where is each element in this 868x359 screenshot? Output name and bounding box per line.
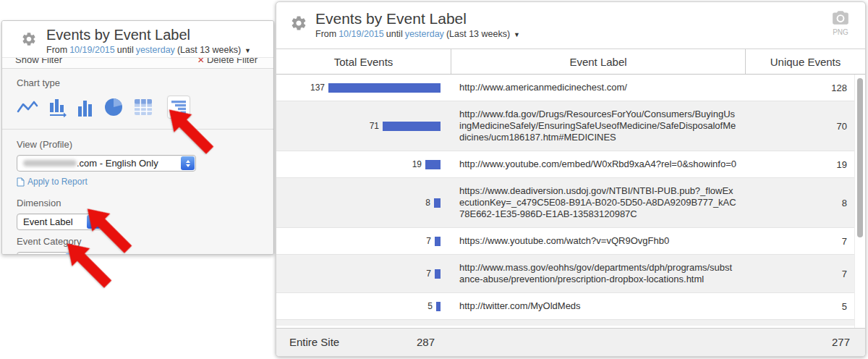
- chart-type-options: [17, 95, 259, 119]
- total-events-cell: 19: [276, 151, 451, 177]
- date-until-label: until: [386, 29, 403, 39]
- apply-to-report-link[interactable]: Apply to Report: [17, 177, 88, 187]
- total-events-value: 8: [425, 198, 430, 208]
- date-range: From10/19/2015untilyesterday(Last 13 wee…: [315, 29, 522, 39]
- unique-events-value: 128: [831, 83, 847, 93]
- report-panel: Events by Event Label From10/19/2015unti…: [276, 1, 866, 357]
- view-profile-label: View (Profile): [17, 139, 259, 150]
- start-date-link[interactable]: 10/19/2015: [339, 29, 384, 39]
- caret-down-icon[interactable]: ▼: [244, 47, 251, 54]
- page-title: Events by Event Label: [315, 10, 522, 28]
- gear-icon: [21, 31, 37, 57]
- table-row: 7 https://www.youtube.com/watch?v=vQR9Ov…: [276, 228, 854, 255]
- unique-events-cell: 8: [745, 178, 854, 227]
- event-label-url: http://www.fda.gov/Drugs/ResourcesForYou…: [459, 109, 736, 143]
- date-until-label: until: [117, 45, 134, 55]
- table-row-partial: [276, 320, 854, 326]
- unique-events-value: 5: [842, 301, 847, 312]
- date-range-label: (Last 13 weeks): [177, 45, 241, 55]
- event-label-cell: http://www.americanmedicinechest.com/: [451, 75, 745, 101]
- total-events-value: 7: [426, 269, 431, 279]
- gear-icon: [290, 14, 307, 48]
- total-events-value: 7: [426, 236, 431, 246]
- total-events-cell: 7: [276, 255, 451, 292]
- total-events-value: 71: [370, 121, 379, 131]
- date-range: From10/19/2015untilyesterday(Last 13 wee…: [46, 45, 253, 55]
- column-chart-icon[interactable]: [77, 98, 93, 117]
- table-icon[interactable]: [134, 98, 153, 116]
- date-range-label: (Last 13 weeks): [446, 29, 510, 39]
- total-events-value: 137: [310, 83, 325, 93]
- column-header-event-label[interactable]: Event Label: [451, 49, 745, 74]
- event-label-url: https://www.youtube.com/watch?v=vQR9OvgF…: [459, 235, 669, 247]
- event-label-cell: http://twitter.com/MyOldMeds: [451, 293, 745, 319]
- dimension-value: Event Label: [23, 216, 73, 227]
- export-png-button[interactable]: PNG: [823, 9, 858, 36]
- chart-type-label: Chart type: [17, 77, 259, 88]
- pie-chart-icon[interactable]: [104, 98, 123, 117]
- total-events-bar: [436, 302, 441, 311]
- line-chart-icon[interactable]: [17, 99, 38, 115]
- total-events-cell: 5: [276, 293, 451, 319]
- delete-icon: ✕: [197, 57, 205, 65]
- table-row: 5 http://twitter.com/MyOldMeds 5: [276, 293, 854, 320]
- end-date-link[interactable]: yesterday: [405, 29, 444, 39]
- options-area: Chart type: [2, 69, 273, 254]
- left-panel-header: Events by Event Label From10/19/2015unti…: [2, 21, 273, 57]
- show-filter-link[interactable]: Show Filter: [15, 57, 62, 65]
- png-label: PNG: [833, 28, 848, 36]
- date-from-label: From: [46, 45, 67, 55]
- table-row: 8 https://www.deadiversion.usdoj.gov/NTB…: [276, 178, 854, 228]
- total-events-cell: 137: [276, 75, 451, 101]
- table-row: 137 http://www.americanmedicinechest.com…: [276, 75, 854, 101]
- table-body: 137 http://www.americanmedicinechest.com…: [276, 75, 865, 328]
- total-events-bar: [435, 237, 441, 246]
- table-row: 7 http://www.mass.gov/eohhs/gov/departme…: [276, 255, 854, 293]
- event-category-label: Event Category: [17, 236, 259, 247]
- end-date-link[interactable]: yesterday: [136, 45, 175, 55]
- start-date-link[interactable]: 10/19/2015: [69, 45, 115, 55]
- page: Events by Event Label From10/19/2015unti…: [0, 0, 868, 359]
- event-label-url: http://www.mass.gov/eohhs/gov/department…: [459, 262, 736, 285]
- column-header-unique-events[interactable]: Unique Events: [745, 49, 865, 74]
- evolution-chart-icon[interactable]: [49, 97, 67, 117]
- page-title: Events by Event Label: [46, 26, 253, 43]
- dimension-label: Dimension: [17, 198, 259, 208]
- view-profile-value: .com - English Only: [77, 158, 158, 169]
- total-events-bar: [328, 83, 441, 93]
- unique-events-value: 7: [842, 269, 847, 279]
- unique-events-cell: 7: [745, 255, 854, 292]
- event-label-cell: https://www.deadiversion.usdoj.gov/NTBI/…: [451, 178, 745, 227]
- column-header-total-events[interactable]: Total Events: [276, 49, 451, 74]
- footer-total-events: 287: [276, 336, 435, 348]
- dimension-section: Dimension Event Label Event Category out…: [2, 193, 273, 255]
- unique-events-cell: 128: [745, 75, 854, 101]
- total-events-bar: [434, 198, 441, 208]
- date-from-label: From: [315, 29, 336, 39]
- footer-unique-events: 277: [832, 336, 850, 348]
- unique-events-value: 19: [837, 159, 847, 170]
- select-stepper-icon: [181, 156, 195, 170]
- total-events-bar: [425, 160, 441, 169]
- event-label-url: http://www.youtube.com/embed/W0xRbd9xaA4…: [459, 159, 736, 170]
- unique-events-cell: 5: [745, 293, 854, 319]
- camera-icon: [831, 9, 850, 28]
- scrollbar-thumb[interactable]: [857, 78, 863, 237]
- unique-events-cell: 19: [745, 151, 854, 177]
- event-label-cell: http://www.fda.gov/Drugs/ResourcesForYou…: [451, 101, 745, 151]
- filter-strip: Show Filter ✕Delete Filter: [2, 57, 273, 69]
- table-rows: 137 http://www.americanmedicinechest.com…: [276, 75, 854, 320]
- table-row: 71 http://www.fda.gov/Drugs/ResourcesFor…: [276, 101, 854, 151]
- total-events-value: 5: [427, 301, 433, 311]
- caret-down-icon[interactable]: ▼: [514, 31, 520, 38]
- delete-filter-link[interactable]: ✕Delete Filter: [197, 57, 258, 65]
- total-events-cell: 7: [276, 228, 451, 254]
- unique-events-cell: 70: [745, 101, 854, 151]
- event-label-cell: https://www.youtube.com/watch?v=vQR9OvgF…: [451, 228, 745, 254]
- table-header-row: Total Events Event Label Unique Events: [276, 48, 865, 75]
- event-label-url: https://www.deadiversion.usdoj.gov/NTBI/…: [459, 185, 736, 220]
- view-profile-select[interactable]: .com - English Only: [17, 155, 196, 172]
- total-events-bar: [435, 269, 441, 279]
- table-row: 19 http://www.youtube.com/embed/W0xRbd9x…: [276, 151, 854, 178]
- widget-settings-panel: Events by Event Label From10/19/2015unti…: [1, 20, 274, 255]
